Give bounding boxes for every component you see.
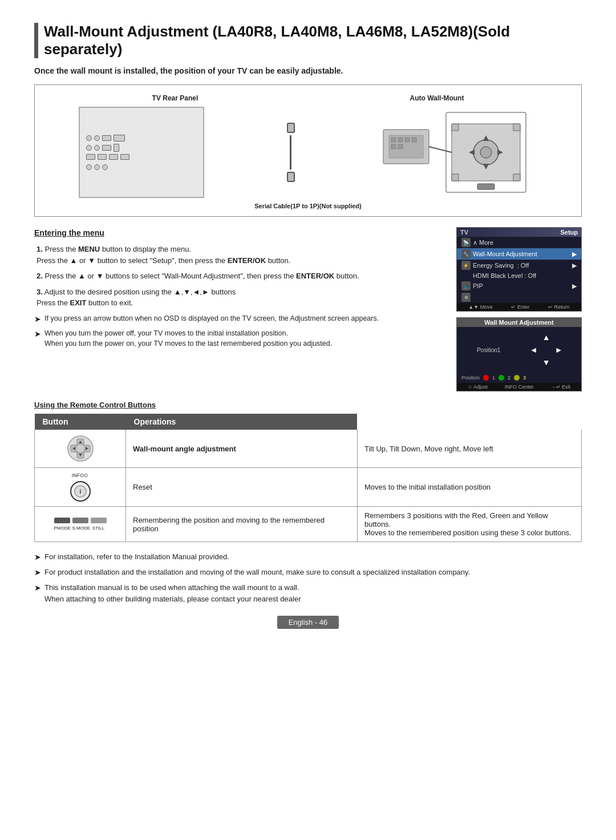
wall-adj-footer: ☆ Adjust INFO Center →↵ Exit bbox=[457, 383, 581, 391]
step-1: 1. Press the MENU button to display the … bbox=[34, 244, 445, 266]
color-op1: Remembering the position and moving to t… bbox=[126, 507, 358, 542]
diagram-labels: TV Rear Panel Auto Wall-Mount bbox=[46, 94, 570, 102]
port-comp2 bbox=[98, 154, 107, 160]
pos-label-3: 3 bbox=[523, 375, 526, 381]
footer-return: ↩ Return bbox=[548, 304, 570, 310]
step-3: 3. Adjust to the desired position using … bbox=[34, 286, 445, 309]
pos-dot-yellow bbox=[514, 375, 520, 381]
menu-icon-pip: 📺 bbox=[461, 281, 471, 290]
step-2-num: 2. bbox=[37, 272, 43, 280]
diagram-box: TV Rear Panel Auto Wall-Mount bbox=[34, 84, 582, 217]
dpad-op2: Tilt Up, Tilt Down, Move right, Move lef… bbox=[357, 430, 581, 468]
port-round3 bbox=[86, 164, 92, 170]
info-cell: INFO⊙ i bbox=[35, 468, 126, 507]
port-audio2 bbox=[94, 135, 100, 141]
menu-item-energy: ⚡ Energy Saving : Off ▶ bbox=[457, 260, 581, 271]
note-2-arrow: ➤ bbox=[34, 328, 41, 340]
page-title: Wall-Mount Adjustment (LA40R8, LA40M8, L… bbox=[44, 23, 582, 58]
wall-adj-title: Wall Mount Adjustment bbox=[457, 318, 581, 327]
note-2-text: When you turn the power off, your TV mov… bbox=[44, 328, 332, 349]
menu-setup-label: Setup bbox=[560, 229, 578, 236]
color-btn-labels: PMODE S.MODE STILL bbox=[54, 526, 107, 531]
wall-mount-diagram bbox=[378, 107, 537, 198]
cable-connector-top bbox=[287, 123, 295, 133]
color-op2: Remembers 3 positions with the Red, Gree… bbox=[357, 507, 581, 542]
note-install-1-arrow: ➤ bbox=[34, 551, 41, 563]
title-bar-decoration bbox=[34, 23, 38, 58]
pos-label-2: 2 bbox=[508, 375, 510, 381]
menu-item-hdmi-label: HDMI Black Level : Off bbox=[461, 272, 536, 279]
svg-rect-18 bbox=[405, 138, 410, 142]
port-round1 bbox=[86, 145, 92, 151]
smode-btn bbox=[72, 518, 88, 523]
menu-item-wall-mount: 🔧 Wall-Mount Adjustment ▶ bbox=[457, 248, 581, 260]
entering-menu-heading: Entering the menu bbox=[34, 227, 445, 239]
note-1-arrow: ➤ bbox=[34, 313, 41, 325]
wall-adj-exit: →↵ Exit bbox=[551, 384, 571, 390]
cable-vertical-line bbox=[290, 135, 291, 169]
svg-rect-12 bbox=[477, 184, 495, 189]
notes-section: ➤ For installation, refer to the Install… bbox=[34, 551, 582, 604]
svg-rect-10 bbox=[452, 174, 459, 181]
port-round4 bbox=[94, 164, 100, 170]
table-row-info: INFO⊙ i Reset Moves to the initial insta… bbox=[35, 468, 582, 507]
wall-adj-screen: Wall Mount Adjustment Position1 ▲ ◄ ► ▼ … bbox=[456, 317, 582, 391]
dpad-op1: Wall-mount angle adjustment bbox=[126, 430, 358, 468]
operations-table: Button Operations bbox=[34, 414, 582, 542]
ctrl-arrow-down: ▼ bbox=[542, 358, 550, 367]
menu-screens: TV Setup 📡 ∧ More 🔧 Wall-Mount Adjustmen… bbox=[456, 227, 582, 391]
port-hdmi1 bbox=[114, 135, 125, 142]
menu-item-pip-arrow: ▶ bbox=[572, 282, 577, 290]
auto-wall-mount-label: Auto Wall-Mount bbox=[410, 94, 464, 102]
page-title-section: Wall-Mount Adjustment (LA40R8, LA40M8, L… bbox=[34, 23, 582, 58]
info-btn-icon: i bbox=[70, 481, 91, 502]
footer-badge: English - 46 bbox=[277, 616, 339, 629]
smode-label: S.MODE bbox=[72, 526, 88, 531]
menu-icon-wall-mount: 🔧 bbox=[461, 249, 471, 259]
setup-menu-footer: ▲▼ Move ↵ Enter ↩ Return bbox=[457, 303, 581, 311]
menu-item-energy-arrow: ▶ bbox=[572, 262, 577, 269]
menu-item-more-label: ∧ More bbox=[473, 239, 493, 247]
ctrl-arrow-left: ◄ bbox=[530, 345, 538, 354]
note-install-1-text: For installation, refer to the Installat… bbox=[44, 551, 229, 563]
port-comp3 bbox=[109, 154, 118, 160]
pos-dot-red bbox=[483, 375, 489, 381]
still-label: STILL bbox=[91, 526, 107, 531]
pmode-btn bbox=[54, 518, 70, 523]
wall-mount-svg bbox=[378, 107, 537, 198]
ctrl-arrow-up: ▲ bbox=[542, 333, 550, 342]
step-3-num: 3. bbox=[37, 288, 43, 296]
dpad-cell bbox=[35, 430, 126, 468]
step-2: 2. Press the ▲ or ▼ buttons to select "W… bbox=[34, 270, 445, 282]
tv-rear-panel-label: TV Rear Panel bbox=[152, 94, 198, 102]
menu-item-settings: ⚙ bbox=[457, 292, 581, 303]
ctrl-arrow-right: ► bbox=[555, 345, 563, 354]
menu-tv-label: TV bbox=[460, 229, 468, 236]
still-btn bbox=[91, 518, 107, 523]
footer-enter: ↵ Enter bbox=[511, 304, 529, 310]
table-row-dpad: Wall-mount angle adjustment Tilt Up, Til… bbox=[35, 430, 582, 468]
menu-icon-settings: ⚙ bbox=[461, 293, 471, 302]
menu-item-pip: 📺 PIP ▶ bbox=[457, 280, 581, 292]
remote-section: Using the Remote Control Buttons Button … bbox=[34, 401, 582, 542]
instructions-section: Entering the menu 1. Press the MENU butt… bbox=[34, 227, 445, 391]
page-subtitle: Once the wall mount is installed, the po… bbox=[34, 66, 582, 75]
port-vga bbox=[120, 154, 129, 160]
cable-connection bbox=[287, 123, 295, 182]
note-install-2-text: For product installation and the install… bbox=[44, 567, 470, 578]
note-install-3: ➤ This installation manual is to be used… bbox=[34, 582, 582, 604]
port-audio1 bbox=[86, 135, 92, 141]
wall-adj-content: Position1 ▲ ◄ ► ▼ bbox=[457, 327, 581, 373]
step-1-num: 1. bbox=[37, 245, 43, 253]
svg-rect-17 bbox=[398, 138, 403, 142]
menu-item-wall-mount-arrow: ▶ bbox=[572, 251, 577, 258]
cable-connector-bottom bbox=[287, 172, 295, 182]
footer-move: ▲▼ Move bbox=[468, 304, 492, 310]
port-video1 bbox=[102, 145, 111, 151]
menu-screen-title: TV Setup bbox=[457, 228, 581, 237]
content-area: Entering the menu 1. Press the MENU butt… bbox=[34, 227, 582, 391]
note-1: ➤ If you press an arrow button when no O… bbox=[34, 313, 445, 325]
info-op2: Moves to the initial installation positi… bbox=[357, 468, 581, 507]
note-1-text: If you press an arrow button when no OSD… bbox=[44, 313, 379, 324]
menu-icon-energy: ⚡ bbox=[461, 261, 471, 270]
